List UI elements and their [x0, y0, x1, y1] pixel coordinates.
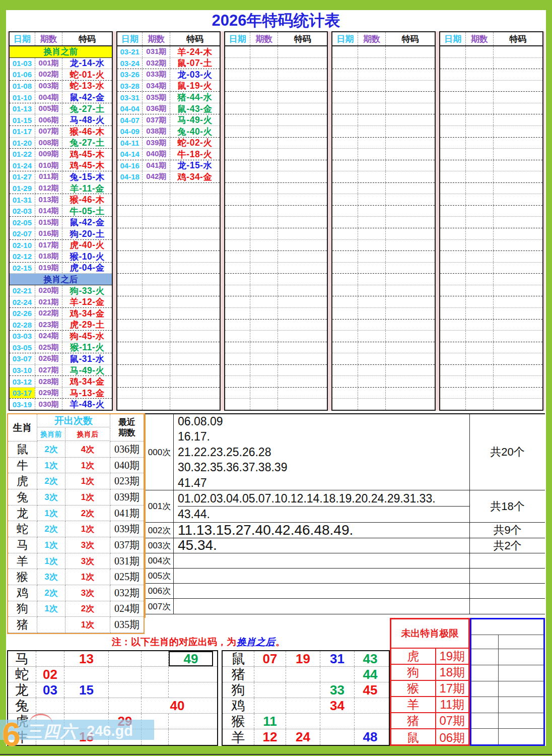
table-row [440, 274, 542, 285]
period-cell [358, 388, 386, 399]
date-cell [225, 320, 251, 331]
period-cell [466, 376, 494, 387]
tema-value: 鼠-07-土 [177, 57, 212, 69]
period-cell [466, 183, 494, 194]
period-cell [358, 217, 386, 228]
period-value: 015期 [39, 218, 59, 227]
date-value: 04-16 [120, 161, 139, 170]
period-cell [358, 183, 386, 194]
tema-cell [170, 388, 219, 399]
frequency-count [469, 584, 545, 598]
period-cell: 008期 [35, 138, 63, 149]
stats-before-cell: 2次 [37, 442, 65, 458]
table-row [440, 69, 542, 81]
draws-group-2: 日期期数特码03-21031期羊-24-木03-24032期鼠-07-土03-2… [116, 31, 221, 411]
table-row: 02-10017期虎-40-火 [10, 240, 112, 251]
period-cell [358, 251, 386, 262]
tema-value: 猴-46-木 [70, 194, 105, 206]
period-value: 007期 [39, 127, 59, 136]
period-cell [466, 206, 494, 217]
date-cell: 02-03 [10, 206, 35, 217]
table-row: 03-03024期狗-45-水 [10, 331, 112, 342]
table-row: 04-18042期鸡-34-金 [117, 171, 220, 183]
tema-cell [386, 206, 435, 217]
period-cell [250, 58, 278, 69]
date-value: 01-15 [13, 116, 32, 124]
tema-value: 羊-48-火 [70, 398, 105, 410]
date-value: 01-29 [13, 184, 32, 193]
period-value: 023期 [39, 320, 59, 330]
date-cell: 01-03 [10, 58, 35, 69]
date-value: 03-31 [120, 93, 139, 102]
date-cell [225, 69, 251, 80]
code-value: 44 [363, 667, 378, 682]
stats-drawcounts-header: 开出次数 [37, 414, 110, 427]
blue-grid-cell [471, 619, 499, 635]
tema-cell [386, 46, 435, 57]
period-cell [143, 353, 170, 364]
tema-cell [386, 365, 435, 376]
table-row: 03-19030期羊-48-火 [10, 399, 112, 410]
draws-group-header: 日期期数特码 [117, 32, 220, 46]
table-row [440, 296, 542, 308]
period-value: 005期 [39, 104, 59, 113]
tema-cell: 鸡-45-木 [62, 160, 111, 171]
tema-cell [278, 194, 327, 205]
period-cell [143, 376, 170, 387]
period-value: 014期 [39, 206, 59, 216]
limit-row: 虎19期 [391, 649, 468, 665]
date-value: 04-14 [120, 150, 139, 158]
draws-group-header: 日期期数特码 [225, 32, 327, 46]
code-cell [64, 698, 109, 713]
tema-cell [494, 81, 542, 92]
code-cell [109, 667, 142, 682]
table-row [440, 114, 542, 126]
date-value: 02-26 [13, 309, 32, 318]
table-row [440, 365, 542, 376]
period-cell [358, 171, 386, 182]
tema-cell [170, 217, 219, 228]
date-value: 01-08 [13, 82, 32, 90]
tema-cell [170, 263, 219, 274]
table-row: 02-03014期牛-05-土 [10, 206, 112, 217]
date-cell [440, 331, 466, 342]
date-cell [332, 160, 358, 171]
table-row [440, 194, 542, 206]
tema-cell [170, 183, 219, 194]
date-cell [440, 320, 466, 331]
tema-value: 鸡-34-金 [70, 307, 105, 320]
period-cell [250, 228, 278, 239]
period-cell [358, 263, 386, 274]
table-row [117, 388, 220, 399]
code-value: 12 [263, 729, 278, 745]
table-row: 02-26022期鸡-34-金 [10, 308, 112, 320]
table-row: 03-07026期鼠-31-水 [10, 353, 112, 365]
period-cell: 036期 [143, 103, 170, 114]
table-row: 02-12018期猴-10-火 [10, 251, 112, 263]
period-cell [250, 206, 278, 217]
period-cell [466, 58, 494, 69]
code-value: 49 [184, 651, 198, 667]
date-cell [225, 58, 251, 69]
stats-after-cell: 1次 [65, 458, 110, 474]
period-cell [143, 388, 170, 399]
period-value: 010期 [39, 161, 59, 170]
tema-value: 蛇-02-火 [177, 137, 212, 149]
code-cell: 49 [169, 651, 213, 666]
period-cell [143, 274, 170, 285]
period-cell [250, 353, 278, 364]
table-row [332, 274, 435, 285]
stats-recent-cell: 041期 [110, 506, 144, 522]
table-row [332, 217, 435, 228]
period-header: 期数 [466, 32, 494, 45]
date-cell: 01-15 [10, 114, 35, 125]
period-cell [143, 217, 170, 228]
code-cell [320, 729, 355, 745]
period-cell [466, 342, 494, 353]
tema-value: 蛇-01-火 [70, 69, 105, 81]
date-value: 04-18 [120, 172, 139, 181]
code-value: 43 [363, 651, 378, 667]
date-cell: 04-09 [117, 126, 143, 137]
tema-cell: 狗-20-土 [62, 228, 111, 239]
tema-cell [494, 320, 542, 331]
